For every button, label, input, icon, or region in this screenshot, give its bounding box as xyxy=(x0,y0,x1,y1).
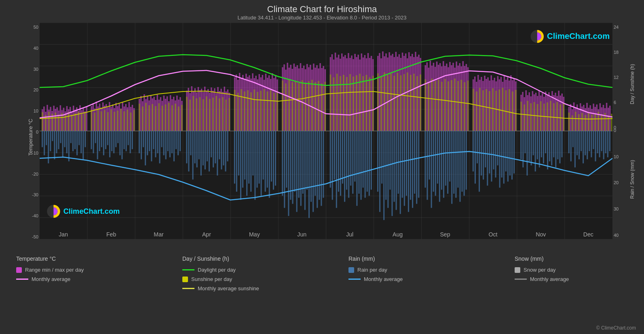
svg-rect-616 xyxy=(84,113,86,131)
svg-rect-692 xyxy=(346,77,348,131)
svg-rect-269 xyxy=(591,131,592,157)
svg-rect-438 xyxy=(319,63,321,131)
svg-rect-370 xyxy=(201,89,203,131)
svg-rect-206 xyxy=(447,131,448,194)
svg-rect-133 xyxy=(284,131,285,208)
svg-rect-145 xyxy=(308,131,310,218)
svg-rect-731 xyxy=(479,88,481,131)
svg-rect-722 xyxy=(448,81,449,131)
svg-rect-555 xyxy=(529,92,530,131)
svg-rect-284 xyxy=(50,107,51,131)
svg-rect-102 xyxy=(211,131,212,157)
svg-rect-134 xyxy=(286,131,287,188)
svg-rect-110 xyxy=(227,131,228,162)
svg-rect-316 xyxy=(106,104,107,131)
svg-rect-769 xyxy=(608,115,609,131)
svg-rect-671 xyxy=(273,93,275,131)
svg-rect-117 xyxy=(246,131,247,196)
svg-rect-99 xyxy=(205,131,206,170)
legend-sunshine-per-day: Sunshine per day xyxy=(182,276,296,282)
svg-rect-100 xyxy=(207,131,208,162)
legend-daylight: Daylight per day xyxy=(182,267,296,273)
svg-rect-631 xyxy=(139,104,140,131)
svg-rect-65 xyxy=(126,131,127,151)
svg-rect-643 xyxy=(178,106,179,131)
svg-rect-101 xyxy=(209,131,210,172)
svg-rect-672 xyxy=(277,91,278,131)
svg-rect-97 xyxy=(201,131,202,176)
svg-rect-75 xyxy=(151,131,152,162)
svg-rect-152 xyxy=(323,131,324,198)
svg-rect-111 xyxy=(234,131,235,184)
svg-text:Mar: Mar xyxy=(154,231,164,238)
svg-rect-202 xyxy=(439,131,440,202)
svg-rect-116 xyxy=(244,131,245,180)
legend-snow: Snow (mm) Snow per day Monthly average xyxy=(515,255,628,291)
svg-rect-411 xyxy=(272,73,273,131)
svg-rect-524 xyxy=(474,77,476,131)
svg-rect-183 xyxy=(396,131,397,210)
svg-rect-687 xyxy=(330,74,332,131)
svg-rect-603 xyxy=(42,112,43,131)
svg-rect-716 xyxy=(428,82,430,131)
svg-rect-328 xyxy=(125,104,127,131)
svg-rect-241 xyxy=(529,131,530,162)
svg-rect-666 xyxy=(257,92,258,131)
svg-rect-262 xyxy=(576,131,578,155)
svg-rect-653 xyxy=(212,98,214,131)
svg-rect-190 xyxy=(410,131,411,200)
svg-text:Aug: Aug xyxy=(393,231,403,238)
svg-rect-733 xyxy=(486,89,487,131)
svg-rect-596 xyxy=(600,103,601,131)
svg-rect-677 xyxy=(295,81,297,131)
svg-rect-79 xyxy=(159,131,160,164)
svg-rect-602 xyxy=(609,106,611,131)
svg-rect-362 xyxy=(188,88,189,131)
svg-rect-95 xyxy=(196,131,198,168)
svg-rect-248 xyxy=(543,131,544,164)
svg-rect-207 xyxy=(449,131,450,182)
svg-rect-376 xyxy=(211,87,212,131)
svg-rect-266 xyxy=(585,131,586,155)
svg-rect-757 xyxy=(568,113,570,131)
svg-rect-638 xyxy=(162,106,163,131)
svg-rect-648 xyxy=(196,98,198,131)
svg-rect-634 xyxy=(148,105,150,131)
svg-rect-551 xyxy=(522,92,524,131)
svg-rect-629 xyxy=(130,113,132,131)
legend-temp-title: Temperature °C xyxy=(16,255,129,262)
svg-rect-216 xyxy=(473,131,474,172)
svg-rect-499 xyxy=(430,61,431,131)
svg-rect-124 xyxy=(261,131,262,196)
svg-text:Sep: Sep xyxy=(440,231,450,238)
svg-rect-682 xyxy=(311,80,313,131)
svg-rect-122 xyxy=(256,131,258,188)
svg-rect-698 xyxy=(366,75,367,131)
svg-rect-598 xyxy=(603,105,604,131)
svg-text:ClimeChart.com: ClimeChart.com xyxy=(63,207,120,215)
svg-rect-652 xyxy=(209,99,211,131)
svg-rect-149 xyxy=(317,131,318,208)
svg-rect-26 xyxy=(42,131,43,147)
svg-rect-403 xyxy=(258,74,260,131)
svg-rect-534 xyxy=(490,75,492,131)
svg-rect-719 xyxy=(438,80,439,131)
svg-rect-306 xyxy=(86,106,87,131)
svg-rect-70 xyxy=(141,131,142,160)
svg-rect-217 xyxy=(475,131,476,184)
svg-rect-584 xyxy=(580,103,581,131)
svg-rect-91 xyxy=(188,131,189,172)
svg-rect-92 xyxy=(190,131,191,155)
svg-text:Feb: Feb xyxy=(106,231,116,238)
svg-rect-359 xyxy=(179,97,181,131)
svg-rect-357 xyxy=(176,96,178,131)
svg-rect-729 xyxy=(473,89,474,131)
svg-rect-567 xyxy=(548,92,550,131)
svg-rect-161 xyxy=(346,131,347,190)
svg-rect-88 xyxy=(177,131,179,155)
svg-rect-758 xyxy=(572,115,573,131)
svg-rect-528 xyxy=(481,77,482,131)
svg-rect-721 xyxy=(444,79,446,131)
svg-rect-422 xyxy=(293,64,295,131)
svg-rect-54 xyxy=(103,131,104,155)
